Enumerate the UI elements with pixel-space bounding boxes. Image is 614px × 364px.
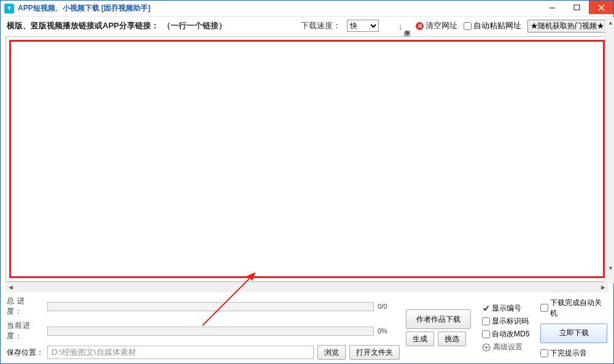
url-label: 横版、竖版视频播放链接或APP分享链接： <box>7 20 159 31</box>
maximize-button[interactable] <box>564 1 589 14</box>
window-title: APP短视频、小视频下载 [固乔视频助手] <box>18 3 540 14</box>
author-works-button[interactable]: 作者作品下载 <box>406 309 471 329</box>
open-folder-button[interactable]: 打开文件夹 <box>349 345 400 360</box>
arrow-down-icon: ↓ <box>398 21 403 31</box>
clear-icon: ✕ <box>416 22 424 30</box>
show-marker-checkbox[interactable]: 显示标识码 <box>482 316 529 327</box>
total-progress-value: 0/0 <box>378 303 400 310</box>
current-progress-value: 0% <box>378 327 400 335</box>
speed-label: 下载速度： <box>301 20 341 31</box>
save-path-label: 保存位置： <box>7 347 44 358</box>
minimize-button[interactable] <box>540 1 564 14</box>
url-textarea[interactable] <box>6 36 608 282</box>
current-progress-label: 当前进度： <box>7 320 44 341</box>
speed-select[interactable]: 快 <box>347 20 379 32</box>
auto-shutdown-checkbox[interactable]: 下载完成自动关机 <box>540 298 607 319</box>
finish-sound-checkbox[interactable]: 下完提示音 <box>540 348 607 358</box>
total-progress-bar <box>47 302 374 311</box>
total-progress-label: 总 进 度： <box>7 296 44 317</box>
toolbar: 横版、竖版视频播放链接或APP分享链接： （一行一个链接） 下载速度： 快 ↓ … <box>1 17 613 35</box>
autopaste-checkbox[interactable]: 自动粘贴网址 <box>464 20 521 31</box>
app-icon <box>4 4 14 14</box>
sort-button[interactable]: ↓ 倒序 <box>398 21 410 31</box>
scroll-up-icon[interactable]: ▲ <box>605 17 614 28</box>
horizontal-scrollbar[interactable]: ◀ ▶ <box>6 282 608 292</box>
browse-button[interactable]: 浏览 <box>317 345 346 360</box>
highlight-box <box>9 40 605 278</box>
advanced-settings-button[interactable]: 高级设置 <box>482 342 529 352</box>
pick-button[interactable]: 挑选 <box>438 331 466 346</box>
clear-url-button[interactable]: ✕ 清空网址 <box>416 20 457 31</box>
url-hint: （一行一个链接） <box>163 20 227 31</box>
vertical-scrollbar[interactable]: ▲ ▼ <box>605 17 614 273</box>
svg-rect-1 <box>574 5 580 10</box>
scroll-down-icon[interactable]: ▼ <box>605 263 614 273</box>
generate-button[interactable]: 生成 <box>406 331 434 346</box>
close-button[interactable] <box>589 1 613 14</box>
random-video-button[interactable]: ★随机获取热门视频★ <box>527 20 607 33</box>
download-now-button[interactable]: 立即下载 <box>540 323 607 343</box>
save-path-input[interactable] <box>47 346 314 359</box>
svg-point-6 <box>485 346 488 349</box>
titlebar: APP短视频、小视频下载 [固乔视频助手] <box>1 1 613 17</box>
scroll-left-icon[interactable]: ◀ <box>6 282 16 293</box>
show-index-checkbox[interactable]: 显示编号 <box>482 303 529 314</box>
gear-icon <box>482 343 491 352</box>
scroll-right-icon[interactable]: ▶ <box>598 282 608 293</box>
scroll-corner <box>605 273 614 284</box>
auto-md5-checkbox[interactable]: 自动改MD5 <box>482 329 529 339</box>
current-progress-bar <box>47 327 374 336</box>
